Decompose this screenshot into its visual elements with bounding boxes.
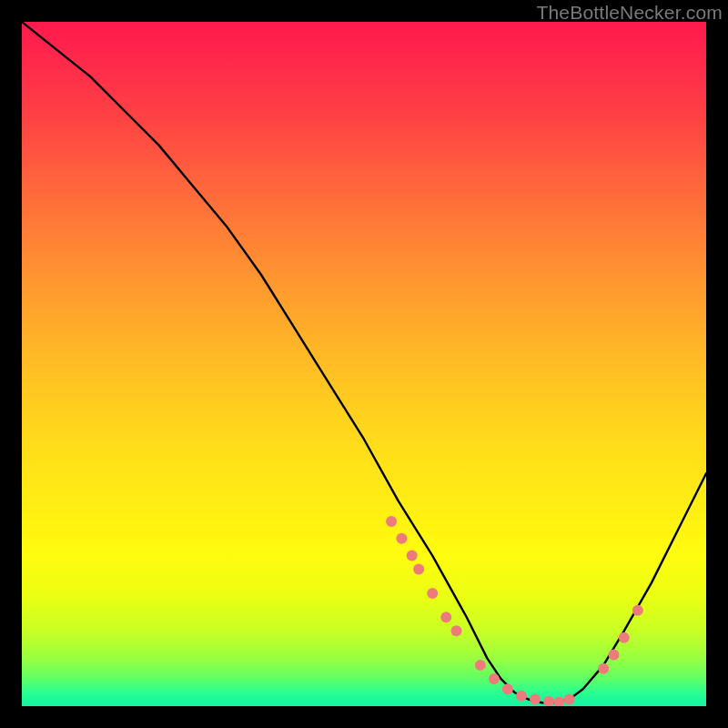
marker-dot: [516, 691, 527, 702]
watermark-text: TheBottleNecker.com: [536, 2, 723, 24]
marker-dot: [543, 696, 554, 706]
marker-dot: [396, 533, 407, 544]
marker-dot: [553, 696, 564, 706]
marker-dot: [632, 605, 643, 616]
marker-dot: [619, 632, 630, 643]
bottleneck-curve: [22, 22, 706, 703]
marker-dot: [489, 673, 500, 684]
marker-dot: [502, 683, 513, 694]
marker-dot: [530, 693, 541, 704]
marker-dot: [475, 660, 486, 671]
marker-dot: [608, 650, 619, 661]
marker-dot: [440, 612, 451, 622]
marker-dot: [451, 625, 462, 636]
curve-line: [22, 22, 706, 703]
marker-dot: [598, 663, 609, 674]
chart-stage: TheBottleNecker.com: [0, 0, 728, 728]
marker-dot: [564, 693, 575, 704]
marker-dot: [427, 588, 438, 599]
marker-dot: [386, 516, 397, 527]
curve-layer: [22, 22, 706, 706]
marker-dot: [407, 551, 418, 561]
marker-dot: [413, 564, 424, 575]
plot-area: [22, 22, 706, 706]
